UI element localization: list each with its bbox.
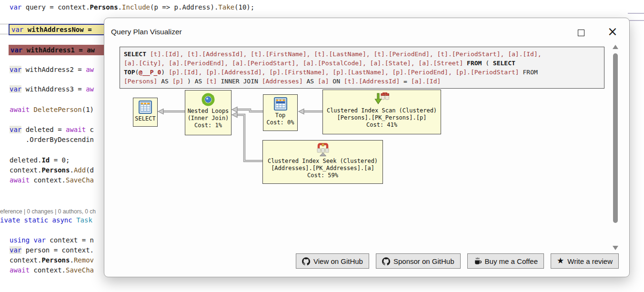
github-icon	[382, 257, 390, 265]
code-line: using var context = n	[10, 235, 94, 245]
plan-node-label: Cost: 59%	[307, 172, 338, 179]
code-token: eference | 0 changes | 0 authors, 0 ch	[0, 208, 96, 215]
plan-node-clustered-index-scan[interactable]: Clustered Index Scan (Clustered)[Persons…	[322, 90, 441, 134]
buy-me-a-coffee-button[interactable]: Buy me a Coffee	[467, 253, 544, 269]
plan-node-label: [Persons].[PK_Persons].[p]	[337, 114, 427, 121]
plan-node-label: [Addresses].[PK_Addresses].[a]	[271, 165, 374, 172]
code-token: var	[10, 126, 21, 133]
plan-node-label: SELECT	[135, 115, 155, 122]
code-line: var withAddressNow =	[9, 24, 112, 35]
code-token: var	[10, 246, 21, 254]
code-token: person = context.	[21, 246, 94, 254]
code-line: .OrderByDescendin	[10, 135, 94, 144]
plan-node-label: Cost: 1%	[194, 122, 222, 129]
code-token: Id	[41, 156, 50, 164]
code-token: Remov	[74, 256, 94, 264]
index-scan-icon	[374, 91, 390, 107]
code-token: query = context.	[26, 3, 90, 11]
code-token: Persons	[41, 256, 70, 264]
code-token: .	[70, 166, 73, 174]
code-line: context.Persons.Remov	[10, 255, 94, 265]
plan-node-label: Cost: 41%	[366, 121, 397, 129]
code-token: await	[10, 176, 34, 184]
code-token: var	[10, 3, 26, 11]
code-line: deleted.Id = 0;	[10, 155, 70, 165]
button-label: Sponsor on GitHub	[393, 257, 454, 265]
code-token: using var	[10, 236, 46, 244]
code-line: var withAddress1 = aw	[9, 45, 111, 55]
query-plan-diagram: SELECTNested Loops(Inner Join)Cost: 1%To…	[104, 18, 629, 277]
code-token: await	[10, 106, 34, 113]
code-token: withAddress3 =	[21, 85, 86, 93]
plan-node-label: Cost: 0%	[267, 119, 294, 126]
nested-loops-icon	[200, 92, 216, 107]
code-token: var	[10, 46, 27, 54]
index-seek-icon	[315, 142, 331, 157]
plan-node-clustered-index-seek[interactable]: Clustered Index Seek (Clustered)[Address…	[262, 140, 383, 184]
screen: { "colors": { "plan_node_bg": "#fbfbd8",…	[0, 0, 644, 292]
codelens-info: eference | 0 changes | 0 authors, 0 ch	[0, 207, 96, 216]
code-line: await context.SaveCha	[10, 175, 94, 185]
plan-node-select[interactable]: SELECT	[133, 98, 158, 127]
code-line: context.Persons.Add(d	[10, 165, 94, 175]
code-line: var query = context.Persons.Include(p =>…	[10, 2, 254, 12]
code-token: Persons	[41, 166, 70, 174]
code-token: (p => p.Address).	[150, 3, 218, 11]
plan-node-label: Nested Loops	[188, 108, 229, 115]
plan-node-nested-loops[interactable]: Nested Loops(Inner Join)Cost: 1%	[185, 90, 231, 135]
button-label: Buy me a Coffee	[485, 257, 538, 265]
code-token: aw	[86, 66, 94, 73]
code-token: c	[90, 126, 94, 133]
code-token: .OrderByDescendin	[10, 136, 94, 143]
code-token: await	[66, 126, 90, 133]
code-token: context.	[10, 166, 41, 174]
code-token: (10);	[234, 3, 254, 11]
write-a-review-button[interactable]: ★Write a review	[551, 253, 619, 269]
code-line: var person = context.	[10, 245, 94, 255]
code-token: aw	[86, 85, 94, 93]
code-token: deleted =	[21, 126, 66, 133]
code-line: ivate static async Task	[0, 215, 92, 225]
code-token: var	[10, 66, 21, 73]
button-label: Write a review	[567, 257, 613, 265]
code-token: deleted.	[10, 156, 41, 164]
code-token: var	[11, 26, 28, 33]
code-token: Task	[76, 216, 92, 224]
code-token: withAddressNow =	[28, 26, 96, 33]
code-token: withAddress1 = aw	[27, 46, 95, 54]
code-token: SaveCha	[66, 266, 94, 274]
dialog-footer: View on GitHubSponsor on GitHubBuy me a …	[104, 253, 619, 269]
code-line: var deleted = await c	[10, 125, 94, 134]
code-token: .	[70, 256, 73, 264]
scrollbar-thumb[interactable]	[613, 53, 618, 223]
code-line: var withAddress2 = aw	[10, 65, 94, 74]
coffee-icon	[473, 257, 482, 265]
code-token: = 0;	[50, 156, 70, 164]
star-icon: ★	[557, 257, 564, 265]
code-token: await	[10, 266, 34, 274]
query-plan-visualizer-dialog: Query Plan Visualizer × SELECT [t].[Id],…	[104, 18, 630, 277]
view-on-github-button[interactable]: View on GitHub	[296, 253, 369, 269]
code-token: (1)	[82, 106, 94, 113]
plan-node-label: Top	[275, 112, 286, 119]
code-token: var	[10, 85, 21, 93]
scrollbar-down-arrow[interactable]	[613, 246, 618, 250]
code-token: context.	[34, 266, 66, 274]
code-token: SaveCha	[66, 176, 94, 184]
code-token: context.	[10, 256, 41, 264]
table-icon	[138, 100, 153, 115]
code-token: withAddress2 =	[21, 66, 86, 73]
plan-node-label: Clustered Index Scan (Clustered)	[327, 107, 437, 114]
code-token: Add	[74, 166, 86, 174]
plan-node-label: Clustered Index Seek (Clustered)	[268, 158, 378, 165]
code-line: var withAddress3 = aw	[10, 84, 94, 94]
code-token: (d	[86, 166, 94, 174]
plan-node-top[interactable]: TopCost: 0%	[263, 94, 298, 131]
scrollbar-up-arrow[interactable]	[613, 45, 618, 49]
code-token: Take	[218, 3, 234, 11]
button-label: View on GitHub	[313, 257, 363, 265]
sponsor-on-github-button[interactable]: Sponsor on GitHub	[376, 253, 461, 269]
code-line: await context.SaveCha	[10, 265, 94, 275]
plan-node-label: (Inner Join)	[188, 115, 229, 122]
code-token: DeletePerson	[34, 106, 82, 113]
